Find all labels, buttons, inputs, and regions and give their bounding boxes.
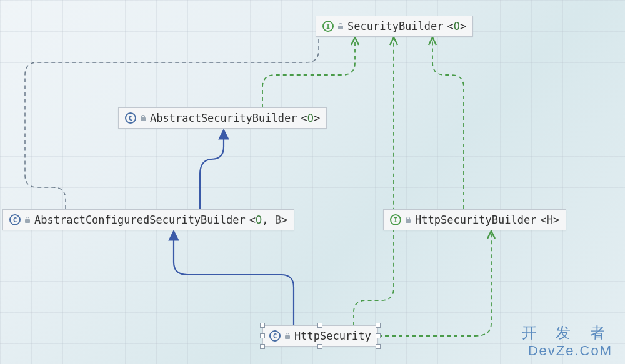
resize-handle[interactable] (260, 344, 265, 349)
resize-handle[interactable] (318, 323, 322, 328)
interface-icon: I (322, 21, 334, 32)
class-icon: C (269, 330, 281, 342)
resize-handle[interactable] (376, 323, 381, 328)
lock-icon (405, 217, 411, 223)
class-name: AbstractConfiguredSecurityBuilder (34, 214, 246, 226)
node-http-security-builder[interactable]: I HttpSecurityBuilder <H> (383, 209, 566, 230)
class-name: AbstractSecurityBuilder (150, 112, 297, 124)
generics: <O> (301, 112, 320, 124)
resize-handle[interactable] (260, 333, 265, 338)
background-grid (0, 0, 625, 364)
class-icon: C (9, 214, 21, 225)
generics: <O, B> (249, 214, 288, 226)
node-abstract-security-builder[interactable]: C AbstractSecurityBuilder <O> (118, 107, 327, 129)
interface-icon: I (390, 214, 401, 225)
resize-handle[interactable] (376, 333, 381, 338)
node-abstract-configured-security-builder[interactable]: C AbstractConfiguredSecurityBuilder <O, … (2, 209, 294, 230)
class-name: HttpSecurityBuilder (415, 214, 536, 226)
node-security-builder[interactable]: I SecurityBuilder <O> (316, 16, 473, 37)
lock-icon (140, 115, 146, 121)
class-icon: C (125, 112, 136, 124)
node-http-security[interactable]: C HttpSecurity (262, 325, 378, 347)
lock-icon (24, 217, 31, 223)
generics: <H> (540, 214, 559, 226)
class-name: SecurityBuilder (348, 20, 444, 32)
lock-icon (284, 333, 291, 339)
class-name: HttpSecurity (294, 330, 371, 342)
resize-handle[interactable] (260, 323, 265, 328)
resize-handle[interactable] (318, 344, 322, 349)
generics: <O> (448, 20, 467, 32)
resize-handle[interactable] (376, 344, 381, 349)
lock-icon (338, 23, 344, 29)
